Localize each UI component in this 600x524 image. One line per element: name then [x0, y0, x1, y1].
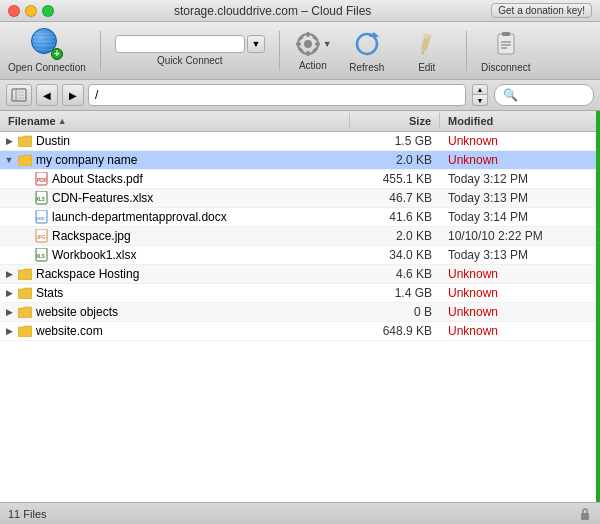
- quick-connect-dropdown-button[interactable]: ▼: [247, 35, 265, 53]
- row-filename: ▶ Rackspace Hosting: [0, 265, 350, 283]
- disclosure-collapsed[interactable]: ▶: [4, 269, 14, 279]
- svg-rect-15: [498, 34, 514, 54]
- table-row[interactable]: XLS Workbook1.xlsx 34.0 KB Today 3:13 PM: [0, 246, 600, 265]
- donation-button[interactable]: Get a donation key!: [491, 3, 592, 18]
- file-icon: [18, 134, 32, 148]
- row-size: 2.0 KB: [350, 227, 440, 245]
- disconnect-icon: [490, 28, 522, 60]
- disconnect-label: Disconnect: [481, 62, 530, 73]
- search-input[interactable]: [494, 84, 594, 106]
- pencil-icon-svg: [413, 30, 441, 58]
- file-list-container[interactable]: Filename ▲ Size Modified ▶ Dustin 1.5 GB…: [0, 111, 600, 502]
- title-bar: storage.clouddrive.com – Cloud Files Get…: [0, 0, 600, 22]
- disclosure-collapsed[interactable]: ▶: [4, 307, 14, 317]
- open-connection-button[interactable]: + Open Connection: [8, 28, 86, 73]
- table-row[interactable]: ▶ website objects 0 B Unknown: [0, 303, 600, 322]
- row-size: 648.9 KB: [350, 322, 440, 340]
- toolbar: + Open Connection ▼ Quick Connect: [0, 22, 600, 80]
- path-stepper-down[interactable]: ▼: [472, 95, 488, 106]
- separator-2: [279, 31, 280, 71]
- col-modified: Modified: [440, 113, 600, 129]
- row-modified: Unknown: [440, 265, 600, 283]
- row-filename: XLS CDN-Features.xlsx: [0, 189, 350, 207]
- filename-label: my company name: [36, 153, 137, 167]
- action-button[interactable]: ▼ Action: [294, 30, 332, 71]
- folder-icon: [18, 306, 32, 318]
- table-row[interactable]: PDF About Stacks.pdf 455.1 KB Today 3:12…: [0, 170, 600, 189]
- filename-label: website.com: [36, 324, 103, 338]
- table-row[interactable]: ▶ Dustin 1.5 GB Unknown: [0, 132, 600, 151]
- row-filename: ▶ website objects: [0, 303, 350, 321]
- row-size: 2.0 KB: [350, 151, 440, 169]
- path-input[interactable]: [88, 84, 466, 106]
- filename-label: website objects: [36, 305, 118, 319]
- row-modified: Unknown: [440, 303, 600, 321]
- file-icon: [18, 305, 32, 319]
- open-connection-label: Open Connection: [8, 62, 86, 73]
- main-content: Filename ▲ Size Modified ▶ Dustin 1.5 GB…: [0, 111, 600, 502]
- table-row[interactable]: ▶ website.com 648.9 KB Unknown: [0, 322, 600, 341]
- sort-arrow: ▲: [58, 116, 67, 126]
- row-filename: JPG Rackspace.jpg: [0, 227, 350, 245]
- path-stepper-up[interactable]: ▲: [472, 84, 488, 95]
- quick-connect-area: ▼ Quick Connect: [115, 35, 265, 66]
- back-button[interactable]: ◀: [36, 84, 58, 106]
- filename-label: Rackspace Hosting: [36, 267, 139, 281]
- folder-icon: [18, 325, 32, 337]
- row-size: 41.6 KB: [350, 208, 440, 226]
- xlsx-icon: XLS: [35, 248, 48, 262]
- action-icon-row: ▼: [294, 30, 332, 58]
- minimize-button[interactable]: [25, 5, 37, 17]
- table-row[interactable]: ▶ Rackspace Hosting 4.6 KB Unknown: [0, 265, 600, 284]
- disclosure-collapsed[interactable]: ▶: [4, 326, 14, 336]
- forward-button[interactable]: ▶: [62, 84, 84, 106]
- row-modified: Unknown: [440, 284, 600, 302]
- svg-text:PDF: PDF: [37, 177, 47, 183]
- svg-rect-3: [306, 51, 309, 56]
- close-button[interactable]: [8, 5, 20, 17]
- file-icon: [18, 324, 32, 338]
- row-size: 455.1 KB: [350, 170, 440, 188]
- maximize-button[interactable]: [42, 5, 54, 17]
- row-modified: Today 3:13 PM: [440, 189, 600, 207]
- path-stepper: ▲ ▼: [472, 84, 488, 106]
- disclosure-collapsed[interactable]: ▶: [4, 288, 14, 298]
- status-bar: 11 Files: [0, 502, 600, 524]
- folder-icon: [18, 268, 32, 280]
- row-size: 4.6 KB: [350, 265, 440, 283]
- table-row[interactable]: ▶ Stats 1.4 GB Unknown: [0, 284, 600, 303]
- file-icon: DOC: [34, 210, 48, 224]
- row-modified: Today 3:13 PM: [440, 246, 600, 264]
- xlsx-icon: XLS: [35, 191, 48, 205]
- bookmarks-button[interactable]: [6, 84, 32, 106]
- svg-rect-16: [502, 32, 510, 36]
- action-label: Action: [299, 60, 327, 71]
- table-row[interactable]: JPG Rackspace.jpg 2.0 KB 10/10/10 2:22 P…: [0, 227, 600, 246]
- gear-icon: [294, 30, 322, 58]
- row-modified: Today 3:14 PM: [440, 208, 600, 226]
- disclosure-collapsed[interactable]: ▶: [4, 136, 14, 146]
- table-row[interactable]: DOC launch-departmentapproval.docx 41.6 …: [0, 208, 600, 227]
- file-icon: JPG: [34, 229, 48, 243]
- edit-button[interactable]: Edit: [402, 28, 452, 73]
- disconnect-button[interactable]: Disconnect: [481, 28, 531, 73]
- action-dropdown-arrow: ▼: [323, 39, 332, 49]
- separator-3: [466, 31, 467, 71]
- table-row[interactable]: XLS CDN-Features.xlsx 46.7 KB Today 3:13…: [0, 189, 600, 208]
- svg-text:XLS: XLS: [36, 254, 45, 259]
- row-filename: ▶ Dustin: [0, 132, 350, 150]
- file-icon: XLS: [34, 248, 48, 262]
- svg-point-1: [304, 40, 312, 48]
- disclosure-expanded[interactable]: ▼: [4, 155, 14, 165]
- file-icon: XLS: [34, 191, 48, 205]
- file-icon: [18, 286, 32, 300]
- refresh-button[interactable]: Refresh: [342, 28, 392, 73]
- window-controls: [8, 5, 54, 17]
- quick-connect-input[interactable]: [115, 35, 245, 53]
- row-size: 46.7 KB: [350, 189, 440, 207]
- row-size: 1.5 GB: [350, 132, 440, 150]
- table-row[interactable]: ▼ my company name 2.0 KB Unknown: [0, 151, 600, 170]
- edit-label: Edit: [418, 62, 435, 73]
- row-filename: XLS Workbook1.xlsx: [0, 246, 350, 264]
- filename-label: Stats: [36, 286, 63, 300]
